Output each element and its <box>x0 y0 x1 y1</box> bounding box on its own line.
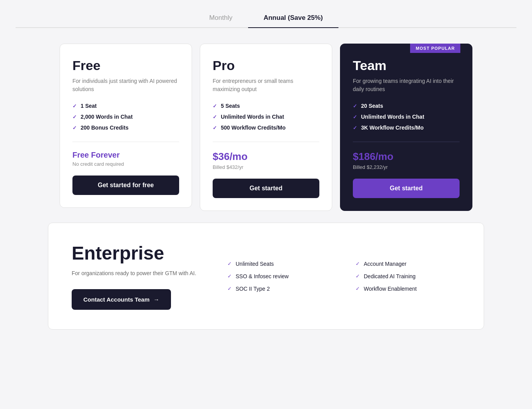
check-icon: ✓ <box>227 273 232 279</box>
enterprise-title: Enterprise <box>72 242 212 264</box>
check-icon: ✓ <box>72 125 77 131</box>
pro-feature-2-label: Unlimited Words in Chat <box>221 114 284 120</box>
pro-price-note: Billed $432/yr <box>213 164 319 170</box>
team-feature-3-label: 3K Workflow Credits/Mo <box>361 125 424 131</box>
enterprise-cta-label: Contact Accounts Team <box>83 296 150 303</box>
enterprise-section: Enterprise For organizations ready to po… <box>48 223 484 330</box>
free-feature-1-label: 1 Seat <box>81 103 97 109</box>
enterprise-feature-4: ✓ Account Manager <box>356 261 460 267</box>
tab-monthly[interactable]: Monthly <box>194 9 248 28</box>
enterprise-feature-6-label: Workflow Enablement <box>364 286 417 292</box>
most-popular-badge: MOST POPULAR <box>410 44 460 53</box>
pro-feature-3: ✓ 500 Workflow Credits/Mo <box>213 125 319 131</box>
team-plan-desc: For growing teams integrating AI into th… <box>353 77 460 93</box>
free-feature-3: ✓ 200 Bonus Credits <box>72 125 179 131</box>
pro-cta-button[interactable]: Get started <box>213 179 319 198</box>
free-feature-1: ✓ 1 Seat <box>72 103 179 109</box>
enterprise-feature-5: ✓ Dedicated AI Training <box>356 273 460 279</box>
enterprise-feature-4-label: Account Manager <box>364 261 407 267</box>
team-feature-2: ✓ Unlimited Words in Chat <box>353 114 460 120</box>
check-icon: ✓ <box>356 261 360 267</box>
check-icon: ✓ <box>356 286 360 291</box>
team-feature-2-label: Unlimited Words in Chat <box>361 114 424 120</box>
tab-annual[interactable]: Annual (Save 25%) <box>248 9 338 28</box>
enterprise-feature-6: ✓ Workflow Enablement <box>356 286 460 292</box>
enterprise-features-grid: ✓ Unlimited Seats ✓ Account Manager ✓ SS… <box>227 261 460 292</box>
check-icon: ✓ <box>356 273 360 279</box>
free-divider <box>72 142 179 142</box>
free-feature-3-label: 200 Bonus Credits <box>81 125 129 131</box>
enterprise-feature-3-label: SOC II Type 2 <box>236 286 270 292</box>
pricing-cards: Free For individuals just starting with … <box>16 44 516 211</box>
team-price-note: Billed $2,232/yr <box>353 164 460 170</box>
free-price-label: Free Forever <box>72 151 179 160</box>
enterprise-feature-5-label: Dedicated AI Training <box>364 273 416 279</box>
enterprise-cta-arrow: → <box>153 296 159 303</box>
pro-plan-card: Pro For entrepreneurs or small teams max… <box>200 44 332 211</box>
check-icon: ✓ <box>213 125 217 131</box>
billing-tabs: Monthly Annual (Save 25%) <box>16 8 516 28</box>
team-plan-name: Team <box>353 58 460 73</box>
check-icon: ✓ <box>353 103 357 109</box>
team-price-label: $186/mo <box>353 151 460 163</box>
enterprise-feature-2: ✓ SSO & Infosec review <box>227 273 332 279</box>
team-plan-features: ✓ 20 Seats ✓ Unlimited Words in Chat ✓ 3… <box>353 103 460 131</box>
pro-feature-3-label: 500 Workflow Credits/Mo <box>221 125 285 131</box>
team-feature-3: ✓ 3K Workflow Credits/Mo <box>353 125 460 131</box>
enterprise-feature-2-label: SSO & Infosec review <box>236 273 289 279</box>
free-feature-2: ✓ 2,000 Words in Chat <box>72 114 179 120</box>
pro-plan-name: Pro <box>213 58 319 73</box>
free-feature-2-label: 2,000 Words in Chat <box>81 114 133 120</box>
free-plan-card: Free For individuals just starting with … <box>60 44 192 208</box>
enterprise-cta-button[interactable]: Contact Accounts Team → <box>72 289 171 310</box>
free-plan-features: ✓ 1 Seat ✓ 2,000 Words in Chat ✓ 200 Bon… <box>72 103 179 131</box>
check-icon: ✓ <box>213 103 217 109</box>
free-plan-desc: For individuals just starting with AI po… <box>72 77 179 93</box>
enterprise-left: Enterprise For organizations ready to po… <box>72 242 212 310</box>
enterprise-feature-1-label: Unlimited Seats <box>236 261 274 267</box>
enterprise-feature-3: ✓ SOC II Type 2 <box>227 286 332 292</box>
enterprise-feature-1: ✓ Unlimited Seats <box>227 261 332 267</box>
team-feature-1: ✓ 20 Seats <box>353 103 460 109</box>
check-icon: ✓ <box>72 114 77 120</box>
free-cta-button[interactable]: Get started for free <box>72 176 179 195</box>
check-icon: ✓ <box>72 103 77 109</box>
pro-feature-1: ✓ 5 Seats <box>213 103 319 109</box>
check-icon: ✓ <box>227 286 232 291</box>
free-price-note: No credit card required <box>72 161 179 167</box>
check-icon: ✓ <box>227 261 232 267</box>
team-cta-button[interactable]: Get started <box>353 179 460 198</box>
pro-plan-features: ✓ 5 Seats ✓ Unlimited Words in Chat ✓ 50… <box>213 103 319 131</box>
enterprise-desc: For organizations ready to power their G… <box>72 269 212 277</box>
team-feature-1-label: 20 Seats <box>361 103 383 109</box>
team-plan-card: MOST POPULAR Team For growing teams inte… <box>340 44 472 211</box>
pro-feature-2: ✓ Unlimited Words in Chat <box>213 114 319 120</box>
check-icon: ✓ <box>353 125 357 131</box>
pro-feature-1-label: 5 Seats <box>221 103 240 109</box>
free-plan-name: Free <box>72 58 179 73</box>
pro-plan-desc: For entrepreneurs or small teams maximiz… <box>213 77 319 93</box>
check-icon: ✓ <box>353 114 357 120</box>
check-icon: ✓ <box>213 114 217 120</box>
pro-price-label: $36/mo <box>213 151 319 163</box>
team-divider <box>353 142 460 142</box>
pro-divider <box>213 142 319 142</box>
